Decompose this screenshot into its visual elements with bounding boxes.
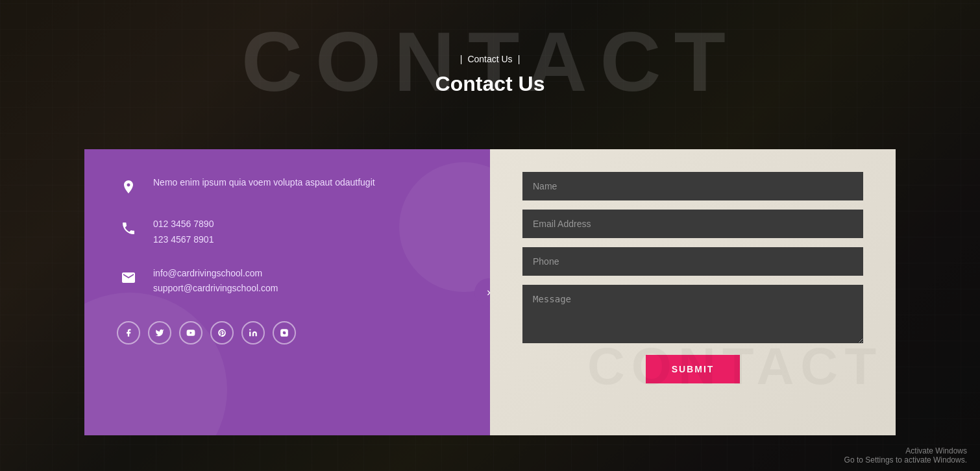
phone-text: 012 3456 7890 123 4567 8901	[153, 217, 214, 248]
social-icons	[117, 321, 458, 344]
windows-line2: Go to Settings to activate Windows.	[844, 455, 967, 465]
pinterest-icon[interactable]	[210, 321, 234, 344]
phone-item: 012 3456 7890 123 4567 8901	[117, 217, 458, 248]
location-icon	[117, 175, 140, 199]
right-panel: SUBMIT	[490, 149, 896, 435]
name-input[interactable]	[522, 172, 863, 200]
linkedin-icon[interactable]	[241, 321, 265, 344]
facebook-icon[interactable]	[117, 321, 140, 344]
twitter-icon[interactable]	[148, 321, 171, 344]
content-card: Nemo enim ipsum quia voem volupta aspaut…	[84, 149, 896, 435]
email-text: info@cardrivingschool.com support@cardri…	[153, 266, 278, 297]
email-item: info@cardrivingschool.com support@cardri…	[117, 266, 458, 297]
instagram-icon[interactable]	[273, 321, 296, 344]
breadcrumb-sep-right: |	[518, 54, 521, 64]
breadcrumb: | Contact Us |	[460, 54, 521, 64]
windows-watermark: Activate Windows Go to Settings to activ…	[844, 446, 967, 465]
mail-icon	[117, 266, 140, 289]
address-item: Nemo enim ipsum quia voem volupta aspaut…	[117, 175, 458, 199]
header: CONTACT | Contact Us | Contact Us	[0, 0, 980, 149]
page-title: Contact Us	[435, 72, 545, 96]
email-input[interactable]	[522, 210, 863, 238]
breadcrumb-label: Contact Us	[467, 54, 512, 64]
left-panel: Nemo enim ipsum quia voem volupta aspaut…	[84, 149, 490, 435]
phone-icon	[117, 217, 140, 240]
breadcrumb-sep-left: |	[460, 54, 463, 64]
arrow-button[interactable]: ›	[474, 278, 490, 307]
submit-button[interactable]: SUBMIT	[646, 355, 741, 383]
svg-point-0	[249, 329, 251, 330]
phone-input[interactable]	[522, 247, 863, 276]
address-text: Nemo enim ipsum quia voem volupta aspaut…	[153, 175, 375, 191]
windows-line1: Activate Windows	[844, 446, 967, 455]
youtube-icon[interactable]	[179, 321, 202, 344]
message-textarea[interactable]	[522, 285, 863, 343]
